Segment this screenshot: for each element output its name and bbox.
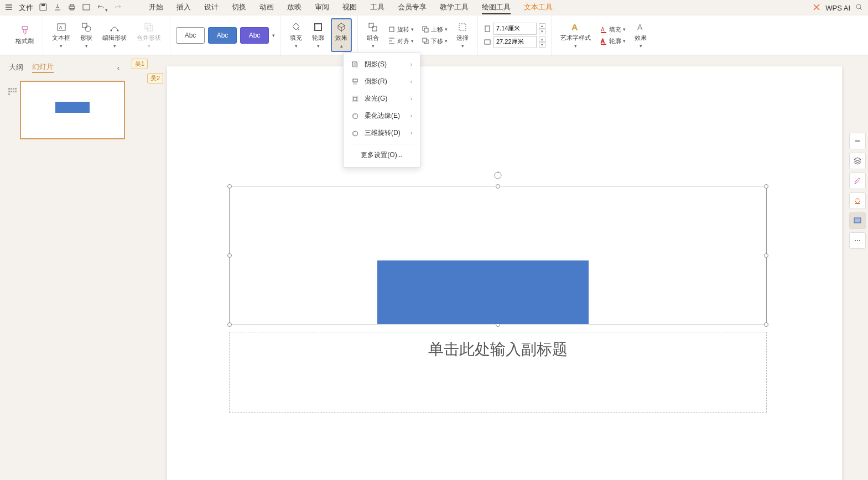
search-icon[interactable]	[855, 3, 864, 13]
rotation-3d-icon	[351, 129, 359, 137]
zoom-out-button[interactable]	[849, 133, 866, 149]
art-style-button[interactable]: A 艺术字样式▾	[557, 19, 594, 51]
text-effect-button[interactable]: A 效果▾	[631, 19, 650, 51]
svg-rect-34	[354, 63, 358, 67]
tab-insert[interactable]: 插入	[176, 1, 191, 14]
effect-soft-edge[interactable]: 柔化边缘(E)›	[344, 107, 420, 124]
undo-icon[interactable]: ▾	[96, 3, 108, 13]
menubar: 文件 ▾ 开始 插入 设计 切换 动画 放映 审阅 视图 工具 会员专享 教学工…	[0, 0, 868, 15]
text-fill-button[interactable]: A填充▾	[597, 24, 628, 35]
effect-more-settings[interactable]: 更多设置(O)...	[344, 147, 420, 164]
slide-thumbnail-1[interactable]	[20, 81, 125, 139]
height-spinner[interactable]: ▴▾	[539, 23, 545, 34]
width-input[interactable]: 27.22厘米	[493, 36, 537, 48]
svg-rect-40	[855, 203, 860, 204]
svg-text:A: A	[601, 27, 605, 33]
effect-glow[interactable]: 发光(G)›	[344, 90, 420, 107]
effect-dropdown: 阴影(S)› 倒影(R)› 发光(G)› 柔化边缘(E)› 三维旋转(D)› 更…	[343, 52, 420, 168]
rotate-button[interactable]: 旋转▾	[386, 24, 416, 35]
slides-tab[interactable]: 幻灯片	[32, 62, 54, 73]
move-up-button[interactable]: 上移▾	[419, 24, 450, 35]
svg-rect-14	[147, 25, 153, 31]
height-icon	[484, 25, 491, 33]
tab-vip[interactable]: 会员专享	[398, 1, 427, 14]
svg-rect-30	[601, 44, 606, 45]
tab-review[interactable]: 审阅	[315, 1, 329, 14]
shape-button[interactable]: 形状▾	[77, 19, 96, 51]
outline-button[interactable]: 轮廓▾	[309, 19, 328, 51]
tab-tools[interactable]: 工具	[370, 1, 384, 14]
blue-rectangle-shape[interactable]	[377, 260, 589, 324]
svg-point-45	[859, 240, 860, 241]
tab-design[interactable]: 设计	[204, 1, 219, 14]
tab-teaching[interactable]: 教学工具	[440, 1, 469, 14]
text-outline-button[interactable]: A轮廓▾	[597, 36, 628, 46]
svg-rect-16	[369, 23, 373, 28]
file-menu[interactable]: 文件	[19, 3, 33, 13]
edit-shape-button[interactable]: 编辑形状▾	[99, 19, 130, 51]
effect-reflection[interactable]: 倒影(R)›	[344, 73, 420, 90]
svg-text:A: A	[59, 25, 63, 30]
height-input[interactable]: 7.14厘米	[493, 23, 537, 35]
wps-ai-label[interactable]: WPS AI	[825, 4, 850, 12]
group-button[interactable]: 组合▾	[363, 19, 382, 51]
canvas[interactable]: 吴1 吴2 单击此处输入副标题 2024-5-14	[128, 55, 868, 480]
svg-text:A: A	[601, 38, 605, 44]
hamburger-icon[interactable]	[4, 3, 13, 13]
effect-button[interactable]: 效果▴	[331, 18, 352, 52]
style-preset-2[interactable]: Abc	[208, 27, 237, 44]
svg-rect-36	[353, 82, 357, 85]
textbox-button[interactable]: A 文本框▾	[49, 19, 74, 51]
svg-point-10	[85, 26, 91, 32]
shape-styles-gallery[interactable]: Abc Abc Abc ▾	[176, 27, 275, 44]
pencil-button[interactable]	[849, 173, 866, 189]
move-down-button[interactable]: 下移▾	[419, 36, 450, 46]
width-icon	[484, 38, 491, 46]
effect-3d-rotation[interactable]: 三维旋转(D)›	[344, 124, 420, 142]
svg-rect-15	[315, 24, 321, 30]
redo-icon[interactable]	[113, 3, 122, 13]
tab-animation[interactable]: 动画	[259, 1, 274, 14]
svg-rect-37	[354, 97, 357, 101]
outline-tab[interactable]: 大纲	[9, 62, 23, 72]
layers-button[interactable]	[849, 153, 866, 169]
styles-more-button[interactable]: ▾	[272, 33, 275, 38]
collapse-panel-icon[interactable]: ‹	[117, 64, 119, 72]
more-button[interactable]	[849, 232, 866, 249]
svg-rect-28	[601, 32, 606, 33]
merge-shape-button[interactable]: 合并形状▾	[133, 19, 164, 51]
tab-start[interactable]: 开始	[149, 1, 163, 14]
fill-button[interactable]: 填充▾	[287, 19, 305, 51]
save-icon[interactable]	[39, 3, 48, 13]
comment-tag-2[interactable]: 吴2	[147, 73, 163, 84]
style-preset-3[interactable]: Abc	[240, 27, 269, 44]
print-icon[interactable]	[67, 3, 76, 13]
rotate-handle[interactable]	[493, 171, 502, 182]
svg-rect-25	[485, 40, 490, 44]
tab-transition[interactable]: 切换	[232, 1, 246, 14]
format-painter-button[interactable]: 格式刷	[12, 23, 37, 48]
select-button[interactable]: 选择▾	[453, 19, 472, 51]
svg-rect-24	[485, 26, 490, 32]
svg-rect-20	[424, 28, 428, 32]
svg-rect-17	[372, 27, 377, 31]
slide[interactable]: 单击此处输入副标题 2024-5-14	[167, 66, 842, 480]
tab-view[interactable]: 视图	[342, 1, 357, 14]
paint-button[interactable]	[849, 192, 866, 209]
subtitle-placeholder[interactable]: 单击此处输入副标题	[229, 332, 767, 413]
svg-point-6	[856, 4, 861, 9]
subtitle-text: 单击此处输入副标题	[428, 339, 568, 360]
export-icon[interactable]	[53, 3, 62, 13]
comment-tag-1[interactable]: 吴1	[132, 59, 148, 69]
style-preset-1[interactable]: Abc	[176, 27, 205, 44]
effect-shadow[interactable]: 阴影(S)›	[344, 56, 420, 73]
soft-edge-icon	[351, 112, 359, 120]
preview-icon[interactable]	[82, 3, 91, 13]
tab-text-tools[interactable]: 文本工具	[524, 1, 553, 14]
screen-button[interactable]	[849, 212, 866, 229]
tab-drawing-tools[interactable]: 绘图工具	[482, 1, 511, 14]
width-spinner[interactable]: ▴▾	[539, 36, 545, 48]
tab-slideshow[interactable]: 放映	[287, 1, 302, 14]
reflection-icon	[351, 78, 359, 86]
align-button[interactable]: 对齐▾	[386, 36, 416, 46]
